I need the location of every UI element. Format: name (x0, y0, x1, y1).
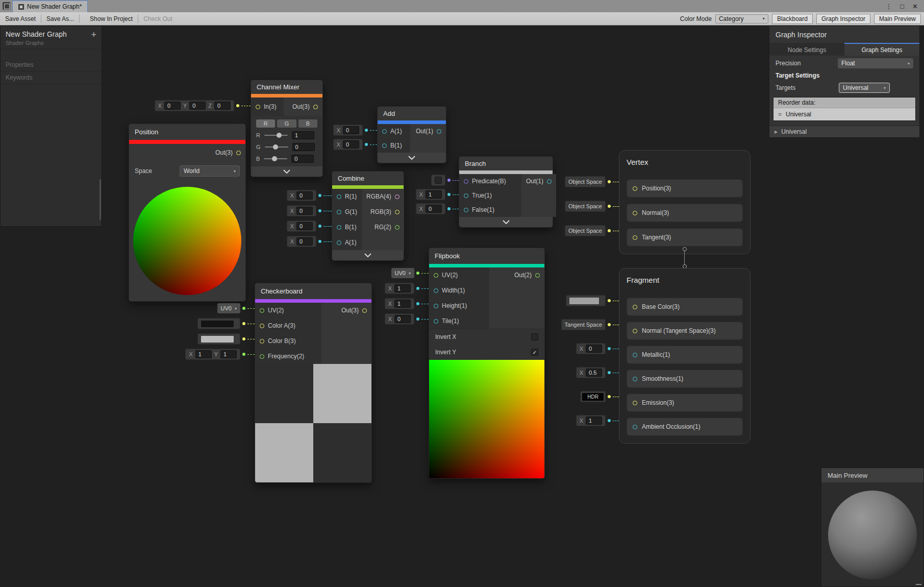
port-r[interactable] (337, 194, 341, 199)
vertex-context-block[interactable]: Vertex Position(3) Normal(3) Tangent(3) (619, 150, 751, 254)
fragment-emission-row[interactable]: Emission(3) (627, 394, 743, 412)
invert-x-checkbox[interactable] (531, 333, 538, 340)
color-b-swatch[interactable] (201, 336, 234, 343)
y-field[interactable]: 0 (189, 102, 206, 110)
hdr-color-swatch[interactable]: HDR (582, 393, 604, 401)
targets-dropdown[interactable]: Universal ▾ (839, 83, 890, 93)
g-value-field[interactable]: 0 (292, 143, 315, 151)
r-value-field[interactable]: 1 (292, 131, 314, 139)
port-color-b[interactable] (260, 339, 264, 344)
port-emission[interactable] (633, 401, 637, 405)
port-position[interactable] (633, 186, 637, 191)
port-g[interactable] (337, 210, 341, 214)
node-combine[interactable]: Combine R(1) G(1) B(1) A(1) RGBA(4) RGB(… (332, 171, 404, 261)
node-checkerboard[interactable]: Checkerboard UV(2) Color A(3) Color B(3)… (255, 283, 372, 483)
a-field[interactable]: 0 (343, 126, 359, 134)
b-field[interactable]: 0 (343, 140, 359, 149)
vertex-position-row[interactable]: Position(3) (627, 179, 743, 198)
port-rgb[interactable] (395, 210, 399, 214)
color-mode-dropdown[interactable]: Category ▾ (715, 14, 768, 23)
port-out[interactable] (547, 179, 552, 184)
channel-button-b[interactable]: B (298, 119, 317, 128)
space-dropdown[interactable]: World ▾ (180, 165, 240, 177)
port-frequency[interactable] (260, 354, 264, 359)
node-position[interactable]: Position Out(3) Space World ▾ (129, 124, 246, 302)
predicate-checkbox[interactable] (435, 177, 442, 184)
close-icon[interactable]: ✕ (912, 3, 918, 10)
graph-inspector-toggle-button[interactable]: Graph Inspector (816, 14, 870, 24)
tile-field[interactable]: 0 (394, 315, 411, 323)
base-color-swatch[interactable] (569, 298, 599, 304)
a-field[interactable]: 0 (296, 237, 313, 246)
port-metallic[interactable] (633, 353, 637, 357)
port-out[interactable] (437, 129, 441, 134)
node-flipbook[interactable]: Flipbook UV(2) Width(1) Height(1) Tile(1… (429, 248, 545, 479)
shader-preview-sphere[interactable] (828, 491, 917, 579)
space-dropdown[interactable]: Object Space (565, 201, 606, 212)
z-field[interactable]: 0 (214, 102, 231, 110)
reorder-item-universal[interactable]: = Universal (773, 108, 915, 120)
blackboard-section-keywords[interactable]: Keywords (1, 71, 102, 84)
port-out[interactable] (313, 105, 318, 109)
port-tangent[interactable] (633, 235, 637, 240)
x-field[interactable]: 0 (164, 102, 181, 110)
vertex-normal-row[interactable]: Normal(3) (627, 204, 743, 222)
port-a[interactable] (382, 129, 387, 134)
false-field[interactable]: 0 (426, 205, 442, 213)
port-rgba[interactable] (395, 194, 399, 199)
tab-node-settings[interactable]: Node Settings (769, 43, 844, 56)
port-false[interactable] (464, 208, 468, 212)
fragment-metallic-row[interactable]: Metallic(1) (627, 346, 743, 364)
port-width[interactable] (434, 288, 438, 293)
frequency-y-field[interactable]: 1 (220, 350, 237, 358)
port-true[interactable] (464, 193, 468, 198)
save-asset-button[interactable]: Save Asset (0, 12, 41, 25)
invert-y-checkbox[interactable]: ✓ (531, 349, 538, 356)
show-in-project-button[interactable]: Show In Project (85, 12, 138, 25)
save-as-button[interactable]: Save As... (41, 12, 79, 25)
port-uv[interactable] (260, 308, 264, 313)
port-base-color[interactable] (633, 305, 637, 309)
port-a[interactable] (337, 240, 341, 245)
collapse-chevron-icon[interactable] (378, 153, 446, 163)
r-field[interactable]: 0 (296, 191, 313, 200)
port-uv[interactable] (434, 273, 438, 278)
port-out[interactable] (535, 273, 540, 278)
scrollbar[interactable] (99, 179, 101, 220)
uv-channel-dropdown[interactable]: UV0 ▾ (217, 303, 240, 313)
precision-dropdown[interactable]: Float ▾ (838, 58, 913, 68)
resize-handle[interactable] (916, 584, 921, 585)
drag-handle-icon[interactable]: = (778, 111, 782, 118)
port-tile[interactable] (434, 319, 438, 324)
g-field[interactable]: 0 (296, 207, 313, 215)
true-field[interactable]: 1 (426, 190, 442, 199)
fragment-base-color-row[interactable]: Base Color(3) (627, 298, 743, 316)
smoothness-field[interactable]: 0.5 (586, 369, 602, 377)
fragment-context-block[interactable]: Fragment Base Color(3) Normal (Tangent S… (619, 268, 751, 444)
collapse-chevron-icon[interactable] (332, 250, 404, 260)
port-smoothness[interactable] (633, 377, 637, 381)
node-add[interactable]: Add A(1) B(1) Out(1) (377, 106, 446, 163)
color-a-swatch[interactable] (201, 321, 234, 327)
fragment-smoothness-row[interactable]: Smoothness(1) (627, 370, 743, 388)
channel-button-r[interactable]: R (256, 119, 275, 128)
space-dropdown[interactable]: Object Space (565, 176, 606, 187)
blackboard-toggle-button[interactable]: Blackboard (772, 14, 813, 24)
frequency-x-field[interactable]: 1 (195, 350, 212, 358)
space-dropdown[interactable]: Object Space (565, 225, 606, 236)
collapse-chevron-icon[interactable] (251, 166, 322, 177)
node-channel-mixer[interactable]: Channel Mixer In(3) Out(3) R G B R 1 G (251, 80, 323, 177)
uv-channel-dropdown[interactable]: UV0 ▾ (391, 268, 414, 278)
metallic-field[interactable]: 0 (586, 345, 602, 353)
port-ambient-occlusion[interactable] (633, 425, 637, 429)
tab-graph-settings[interactable]: Graph Settings (844, 43, 919, 56)
port-color-a[interactable] (260, 324, 264, 328)
port-b[interactable] (337, 225, 341, 230)
height-field[interactable]: 1 (394, 300, 411, 308)
b-field[interactable]: 0 (296, 222, 313, 230)
add-property-button[interactable]: + (91, 31, 96, 38)
ao-field[interactable]: 1 (586, 417, 602, 425)
r-slider[interactable] (264, 135, 288, 136)
port-out[interactable] (236, 151, 241, 155)
vertex-tangent-row[interactable]: Tangent(3) (627, 228, 743, 247)
